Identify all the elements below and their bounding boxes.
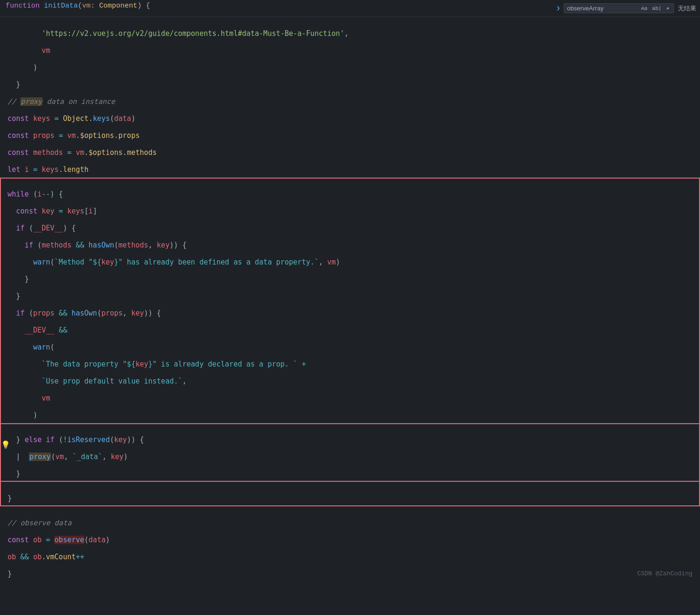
- code-line: }: [0, 292, 700, 300]
- code-line: }: [0, 470, 700, 478]
- code-line: const keys = Object.keys(data): [0, 114, 700, 123]
- code-line: vm: [0, 394, 700, 402]
- code-line: ob && ob.vmCount++: [0, 553, 700, 561]
- code-line: }: [0, 275, 700, 283]
- regex-button[interactable]: ✶: [665, 5, 671, 12]
- keyword-function: function: [6, 2, 40, 10]
- search-arrow-icon: ❯: [557, 5, 560, 12]
- code-line: vm: [0, 46, 700, 55]
- function-name: initData: [44, 2, 78, 10]
- function-header: function initData(vm: Component) {: [0, 0, 156, 12]
- code-line: 'https://v2.vuejs.org/v2/guide/component…: [0, 29, 700, 38]
- match-word-button[interactable]: ab|: [651, 5, 663, 12]
- code-line-proxy: | proxy(vm, `_data`, key): [0, 453, 700, 461]
- code-line: `Use prop default value instead.`,: [0, 377, 700, 385]
- code-line: `The data property "${key}" is already d…: [0, 360, 700, 368]
- top-bar: function initData(vm: Component) { ❯ Aa …: [0, 0, 700, 17]
- lightbulb-icon[interactable]: 💡: [1, 440, 10, 450]
- code-line: const ob = observe(data): [0, 536, 700, 544]
- code-line: if (methods && hasOwn(methods, key)) {: [0, 241, 700, 249]
- search-box[interactable]: Aa ab| ✶: [564, 3, 674, 13]
- code-line: let i = keys.length: [0, 165, 700, 174]
- code-line: warn(`Method "${key}" has already been d…: [0, 258, 700, 266]
- else-if-block-container: 💡 } else if (!isReserved(key)) { | proxy…: [0, 423, 700, 482]
- code-line: if (__DEV__) {: [0, 224, 700, 232]
- code-line: const key = keys[i]: [0, 207, 700, 215]
- code-line-else: } else if (!isReserved(key)) {: [0, 436, 700, 444]
- code-line: warn(: [0, 343, 700, 351]
- code-line: ): [0, 411, 700, 419]
- while-block-container: while (i--) { const key = keys[i] if (__…: [0, 178, 700, 506]
- code-line-comment: // proxy data on instance: [0, 97, 700, 106]
- match-case-button[interactable]: Aa: [640, 5, 649, 12]
- search-input[interactable]: [567, 5, 638, 12]
- code-line-close: }: [0, 570, 700, 578]
- code-line: const methods = vm.$options.methods: [0, 148, 700, 157]
- code-line: if (props && hasOwn(props, key)) {: [0, 309, 700, 317]
- code-area: 'https://v2.vuejs.org/v2/guide/component…: [0, 17, 700, 582]
- code-line: const props = vm.$options.props: [0, 131, 700, 140]
- no-result-label: 无结果: [678, 4, 696, 13]
- watermark: CSDN @ZahCoding: [637, 570, 692, 577]
- code-line-comment2: // observe data: [0, 519, 700, 527]
- code-line: __DEV__ &&: [0, 326, 700, 334]
- code-line-while: while (i--) {: [0, 190, 700, 198]
- code-line: ): [0, 63, 700, 72]
- code-line: }: [0, 80, 700, 89]
- code-line-close-while: }: [0, 494, 700, 503]
